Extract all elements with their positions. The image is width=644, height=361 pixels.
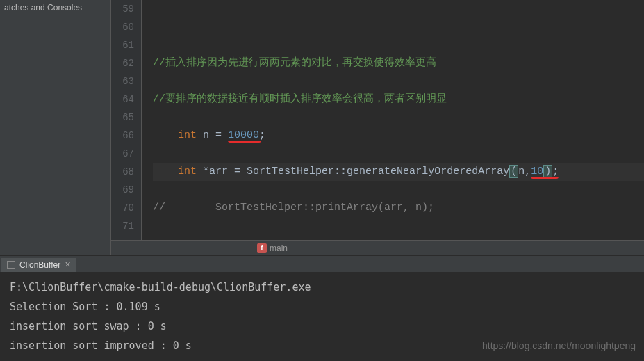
run-console[interactable]: F:\ClionBuffer\cmake-build-debug\ClionBu… xyxy=(0,272,644,361)
close-icon[interactable]: ✕ xyxy=(65,260,71,269)
console-line: insertion sort swap : 0 s xyxy=(10,316,634,336)
paren-close: ) xyxy=(543,165,552,178)
run-tab-strip: ClionBuffer ✕ xyxy=(0,255,644,272)
code-line[interactable] xyxy=(153,235,644,240)
code-line[interactable]: //要排序的数据接近有顺时插入排序效率会很高，两者区别明显 xyxy=(153,90,644,109)
console-line: F:\ClionBuffer\cmake-build-debug\ClionBu… xyxy=(10,278,634,297)
paren-open: ( xyxy=(509,165,518,178)
breadcrumb-label: main xyxy=(270,243,288,253)
watches-consoles-panel[interactable]: atches and Consoles xyxy=(0,0,111,255)
code-line[interactable]: // SortTestHelper::printArray(arr, n); xyxy=(153,199,644,217)
tab-clionbuffer[interactable]: ClionBuffer ✕ xyxy=(1,257,76,272)
comment-text: //要排序的数据接近有顺时插入排序效率会很高，两者区别明显 xyxy=(153,93,447,105)
code-line[interactable]: //插入排序因为先进行两两元素的对比，再交换使得效率更高 xyxy=(153,54,644,72)
code-content[interactable]: //插入排序因为先进行两两元素的对比，再交换使得效率更高 //要排序的数据接近有… xyxy=(142,0,644,240)
line-gutter: 59 60 61 62 63 64 65 66 67 68 69 70 71 xyxy=(111,0,142,240)
code-line-current[interactable]: int *arr = SortTestHelper::generateNearl… xyxy=(153,163,644,181)
terminal-icon xyxy=(7,261,15,269)
function-icon: f xyxy=(257,243,267,253)
watermark-text: https://blog.csdn.net/moonlightpeng xyxy=(482,336,636,355)
watches-consoles-label: atches and Consoles xyxy=(4,3,82,13)
console-line: Selection Sort : 0.109 s xyxy=(10,297,634,316)
comment-text: //插入排序因为先进行两两元素的对比，再交换使得效率更高 xyxy=(153,57,436,69)
code-line[interactable] xyxy=(153,18,644,36)
breadcrumb[interactable]: f main xyxy=(111,240,644,255)
code-line[interactable]: int n = 10000; xyxy=(153,127,644,145)
code-editor[interactable]: 59 60 61 62 63 64 65 66 67 68 69 70 71 /… xyxy=(111,0,644,240)
tab-label: ClionBuffer xyxy=(19,260,60,270)
